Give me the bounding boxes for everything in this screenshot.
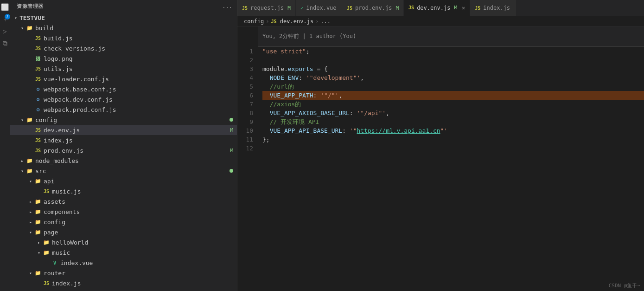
code-line-10: VUE_APP_API_BASE_URL: '"https://ml.v.api… <box>262 126 644 135</box>
folder-icon: 📁 <box>43 239 50 246</box>
sidebar-item-webpack-prod[interactable]: ⚙ webpack.prod.conf.js <box>10 104 237 115</box>
sidebar-item-src[interactable]: ▾ 📁 src <box>10 166 237 176</box>
tab-close-button[interactable]: ✕ <box>462 5 465 11</box>
extensions-icon[interactable]: ⧉ <box>0 38 10 48</box>
sidebar-item-index-js[interactable]: JS index.js <box>10 135 237 145</box>
token: '" <box>350 126 357 135</box>
code-line-3: module.exports = { <box>262 65 644 73</box>
sidebar-item-music-js[interactable]: JS music.js <box>10 186 237 196</box>
tab-index-vue[interactable]: ✓ index.vue <box>296 0 342 16</box>
token: //url的 <box>262 82 294 91</box>
code-line-12 <box>262 144 644 153</box>
sidebar-item-node-modules[interactable]: ▸ 📁 node_modules <box>10 155 237 166</box>
token: . <box>284 65 288 73</box>
token: module <box>262 65 284 73</box>
line-num-7: 7 <box>237 100 253 109</box>
node-modules-chevron: ▸ <box>19 158 26 163</box>
router-label: router <box>44 270 65 277</box>
sidebar-item-webpack-base[interactable]: ⚙ webpack.base.conf.js <box>10 84 237 94</box>
node-modules-label: node_modules <box>35 157 79 164</box>
editor-container: JS request.js M ✓ index.vue JS prod.env.… <box>237 0 644 291</box>
sidebar-item-router[interactable]: ▾ 📁 router <box>10 268 237 278</box>
token: "' <box>440 126 448 135</box>
tab-dev-modified: M <box>454 5 457 11</box>
token: '"development"' <box>306 73 360 82</box>
sidebar-item-music-index-vue[interactable]: V index.vue <box>10 258 237 268</box>
line-num-5: 5 <box>237 82 253 91</box>
sidebar-item-api[interactable]: ▾ 📁 api <box>10 176 237 186</box>
breadcrumb-sep1: › <box>266 18 269 25</box>
vue-loader-label: vue-loader.conf.js <box>44 76 109 83</box>
tab-prod-env[interactable]: JS prod.env.js M <box>342 0 404 16</box>
sidebar-item-helloworld[interactable]: ▸ 📁 helloWorld <box>10 237 237 247</box>
code-line-5: //url的 <box>262 82 644 91</box>
line-num-9: 9 <box>237 117 253 126</box>
tab-dev-env[interactable]: JS dev.env.js M ✕ <box>404 0 470 16</box>
router-index-label: index.js <box>52 280 81 287</box>
token <box>262 91 270 100</box>
explorer-icon[interactable]: ⬜ <box>0 2 10 12</box>
folder-icon: 📁 <box>26 24 33 32</box>
folder-icon: 📁 <box>43 249 50 256</box>
token: //axios的 <box>262 100 301 109</box>
tab-index-js[interactable]: JS index.js <box>470 0 516 16</box>
js-icon: JS <box>34 147 42 154</box>
sidebar-item-build-js[interactable]: JS build.js <box>10 33 237 43</box>
sidebar-item-assets[interactable]: ▸ 📁 assets <box>10 196 237 207</box>
token: : <box>299 73 306 82</box>
sidebar-item-vue-loader[interactable]: JS vue-loader.conf.js <box>10 74 237 84</box>
tree-root[interactable]: ▾ TESTVUE <box>10 13 237 23</box>
blame-text: You, 2分钟前 | 1 author (You) <box>262 32 639 40</box>
sidebar-item-router-index[interactable]: JS index.js <box>10 278 237 288</box>
breadcrumb-file: JS dev.env.js <box>271 18 314 25</box>
line-num-1: 1 <box>237 47 253 56</box>
tab-request-js[interactable]: JS request.js M <box>237 0 296 16</box>
line-num-10: 10 <box>237 126 253 135</box>
check-versions-label: check-versions.js <box>44 45 105 52</box>
token: /api <box>364 109 378 117</box>
sidebar-item-check-versions[interactable]: JS check-versions.js <box>10 43 237 53</box>
sidebar-item-prod-env[interactable]: JS prod.env.js M <box>10 145 237 155</box>
source-control-icon[interactable]: ⑂ <box>0 14 10 24</box>
sidebar: 资源管理器 ... ▾ TESTVUE ▾ 📁 build JS build.j… <box>10 0 237 291</box>
token: NODE_ENV <box>270 73 299 82</box>
sidebar-item-page[interactable]: ▾ 📁 page <box>10 227 237 237</box>
vue-icon: V <box>51 259 58 266</box>
code-editor[interactable]: "use strict"; module.exports = { NODE_EN… <box>258 26 644 291</box>
token: : <box>342 126 350 135</box>
src-modified-dot <box>230 169 233 173</box>
tab-bar: JS request.js M ✓ index.vue JS prod.env.… <box>237 0 644 16</box>
token <box>262 126 270 135</box>
code-line-4: NODE_ENV: '"development"', <box>262 73 644 82</box>
png-icon: 🖼 <box>34 55 42 62</box>
sidebar-item-webpack-dev[interactable]: ⚙ webpack.dev.conf.js <box>10 94 237 104</box>
tab-js-icon: JS <box>347 6 352 11</box>
sidebar-item-dev-env[interactable]: JS dev.env.js M <box>10 125 237 135</box>
sidebar-header: 资源管理器 ... <box>10 0 237 13</box>
line-num-6: 6 <box>237 91 253 100</box>
logo-label: logo.png <box>44 55 73 62</box>
js-icon: JS <box>43 188 50 195</box>
more-icon[interactable]: ... <box>222 3 232 9</box>
sidebar-item-logo[interactable]: 🖼 logo.png <box>10 53 237 64</box>
debug-icon[interactable]: ▷ <box>0 26 10 36</box>
folder-icon: 📁 <box>34 228 42 236</box>
sidebar-item-config-src[interactable]: ▸ 📁 config <box>10 217 237 227</box>
index-js-label: index.js <box>44 137 73 144</box>
folder-icon: 📁 <box>26 157 33 164</box>
folder-icon: 📁 <box>34 269 42 277</box>
prod-env-label: prod.env.js <box>44 147 83 154</box>
tab-prod-modified: M <box>395 5 399 11</box>
sidebar-item-utils[interactable]: JS utils.js <box>10 64 237 74</box>
token: , <box>386 109 389 117</box>
line-num-3: 3 <box>237 65 253 73</box>
sidebar-item-components[interactable]: ▸ 📁 components <box>10 207 237 217</box>
line-num-8: 8 <box>237 109 253 117</box>
sidebar-item-build[interactable]: ▾ 📁 build <box>10 23 237 33</box>
sidebar-item-config[interactable]: ▾ 📁 config <box>10 115 237 125</box>
sidebar-item-music-folder[interactable]: ▾ 📁 music <box>10 247 237 258</box>
utils-label: utils.js <box>44 65 73 72</box>
webpack-dev-label: webpack.dev.conf.js <box>44 96 113 103</box>
token: : <box>350 109 357 117</box>
token: ; <box>306 47 310 56</box>
